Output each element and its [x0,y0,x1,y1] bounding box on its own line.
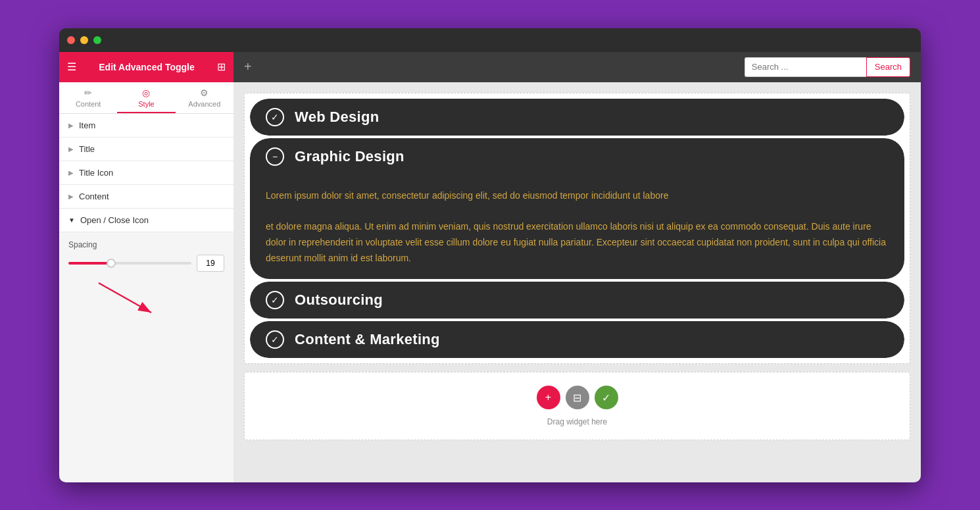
slider-thumb[interactable] [107,259,116,268]
section-content-label: Content [79,191,109,201]
accordion-checkmark-icon-1: ✓ [266,108,284,126]
add-section-button[interactable]: + [244,59,252,74]
accordion-minus-icon: − [266,147,284,166]
section-title-label: Title [79,144,95,154]
accordion-header-web-design[interactable]: ✓ Web Design [250,99,904,136]
tab-advanced[interactable]: ⚙ Advanced [176,82,233,113]
section-open-close-icon[interactable]: ▼ Open / Close Icon [59,209,233,232]
accordion-title-graphic-design: Graphic Design [295,148,404,165]
browser-window: ☰ Edit Advanced Toggle ⊞ ✏ Content ◎ Sty… [59,28,921,482]
canvas-area: ✓ Web Design − Graphic Design Lorem [233,82,921,482]
tabs-row: ✏ Content ◎ Style ⚙ Advanced [59,82,233,114]
arrow-right-icon: ▶ [68,193,74,200]
arrow-right-icon: ▶ [68,169,74,176]
annotation-area [59,280,233,326]
left-panel: ☰ Edit Advanced Toggle ⊞ ✏ Content ◎ Sty… [59,52,233,482]
accordion-content-p1: Lorem ipsum dolor sit amet, consectetur … [266,188,889,204]
drag-widget-label: Drag widget here [547,417,607,426]
pencil-icon: ✏ [84,88,92,98]
search-area: Search [745,57,910,77]
spacing-label: Spacing [68,240,224,249]
grid-icon[interactable]: ⊞ [217,61,226,73]
accordion-header-content-marketing[interactable]: ✓ Content & Marketing [250,321,904,358]
tab-content[interactable]: ✏ Content [59,82,117,113]
tab-content-label: Content [76,100,101,108]
spacing-row [68,255,224,272]
traffic-light-red[interactable] [67,36,75,44]
accordion-item-content-marketing: ✓ Content & Marketing [250,321,904,358]
search-button[interactable]: Search [866,57,910,77]
accordion-title-content-marketing: Content & Marketing [295,331,440,348]
accordion-title-outsourcing: Outsourcing [295,292,383,309]
slider-fill [68,262,111,265]
section-item[interactable]: ▶ Item [59,114,233,138]
panel-header: ☰ Edit Advanced Toggle ⊞ [59,52,233,82]
gear-icon: ⚙ [200,88,208,98]
search-input[interactable] [745,57,866,77]
confirm-widget-button[interactable]: ✓ [595,386,618,409]
section-item-label: Item [79,120,95,130]
main-area: + Search ✓ Web Design [233,52,921,482]
arrow-right-icon: ▶ [68,122,74,129]
red-arrow-annotation [92,280,171,319]
section-title-icon-label: Title Icon [79,168,113,178]
section-title[interactable]: ▶ Title [59,138,233,161]
accordion-item-graphic-design: − Graphic Design Lorem ipsum dolor sit a… [250,138,904,280]
copy-widget-button[interactable]: ⊟ [566,386,589,409]
spacing-slider-track[interactable] [68,262,191,265]
spacing-input[interactable] [197,255,224,272]
accordion-title-web-design: Web Design [295,109,380,126]
accordion-checkmark-icon-3: ✓ [266,291,284,309]
tab-advanced-label: Advanced [188,100,220,108]
traffic-light-green[interactable] [93,36,101,44]
panel-title: Edit Advanced Toggle [99,62,194,72]
tab-style[interactable]: ◎ Style [117,82,175,113]
accordion-content-p2: et dolore magna aliqua. Ut enim ad minim… [266,219,889,266]
accordion-checkmark-icon-4: ✓ [266,330,284,349]
section-title-icon[interactable]: ▶ Title Icon [59,161,233,185]
accordion-item-outsourcing: ✓ Outsourcing [250,282,904,319]
accordion-list: ✓ Web Design − Graphic Design Lorem [250,99,904,359]
accordion-header-outsourcing[interactable]: ✓ Outsourcing [250,282,904,319]
section-content[interactable]: ▶ Content [59,185,233,209]
accordion-header-graphic-design[interactable]: − Graphic Design [250,138,904,175]
accordion-widget: ✓ Web Design − Graphic Design Lorem [244,93,910,365]
accordion-body-graphic-design: Lorem ipsum dolor sit amet, consectetur … [250,175,904,280]
arrow-right-icon: ▶ [68,145,74,153]
widget-buttons: + ⊟ ✓ [537,386,618,409]
browser-titlebar [59,28,921,52]
add-widget-button[interactable]: + [537,386,560,409]
drag-widget-area: + ⊟ ✓ Drag widget here [244,372,910,440]
circle-icon: ◎ [142,88,150,98]
main-toolbar: + Search [233,52,921,82]
spacing-section: Spacing [59,232,233,280]
traffic-light-yellow[interactable] [80,36,88,44]
accordion-item-web-design: ✓ Web Design [250,99,904,136]
svg-line-1 [99,283,151,313]
panel-sections: ▶ Item ▶ Title ▶ Title Icon ▶ Content ▼ [59,114,233,482]
section-open-close-label: Open / Close Icon [80,215,149,225]
hamburger-icon[interactable]: ☰ [67,61,76,73]
arrow-down-icon: ▼ [68,217,75,224]
browser-content: ☰ Edit Advanced Toggle ⊞ ✏ Content ◎ Sty… [59,52,921,482]
tab-style-label: Style [138,100,154,108]
